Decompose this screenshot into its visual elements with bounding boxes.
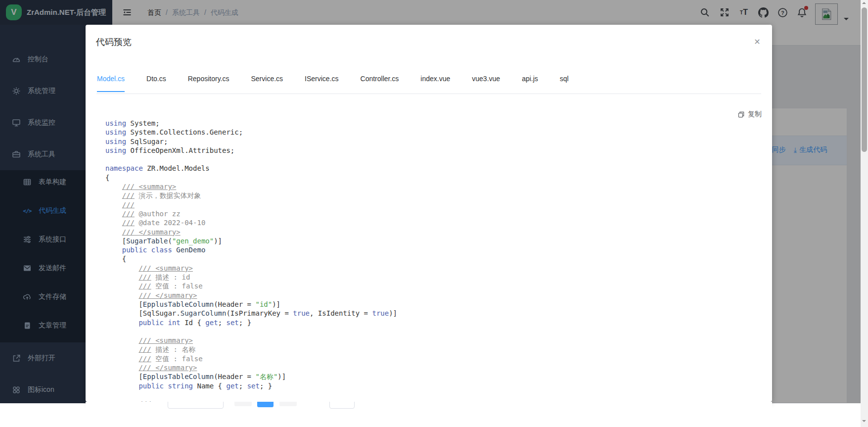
- pager-page-button[interactable]: [234, 402, 252, 406]
- tab-sql[interactable]: sql: [560, 75, 569, 92]
- copy-button[interactable]: 复制: [737, 110, 762, 119]
- code-file-tabs: Model.cs Dto.cs Repository.cs Service.cs…: [97, 75, 569, 92]
- tab-repository-cs[interactable]: Repository.cs: [188, 75, 229, 92]
- tab-service-cs[interactable]: Service.cs: [251, 75, 283, 92]
- pager-active-page-button[interactable]: [257, 402, 274, 407]
- tab-controller-cs[interactable]: Controller.cs: [361, 75, 399, 92]
- scroll-down-arrow[interactable]: [862, 420, 866, 422]
- page-size-select[interactable]: [168, 402, 224, 409]
- browser-scrollbar[interactable]: [861, 0, 868, 427]
- tabs-divider: [96, 94, 761, 94]
- copy-icon: [737, 111, 745, 118]
- pager-page-button[interactable]: [279, 402, 297, 406]
- pager-jump-input[interactable]: [329, 402, 355, 409]
- tab-dto-cs[interactable]: Dto.cs: [146, 75, 166, 92]
- screen: V ZrAdmin.NET-后台管理 首页 / 系统工具 / 代码生成: [0, 0, 868, 427]
- code-preview-dialog: 代码预览 ✕ Model.cs Dto.cs Repository.cs Ser…: [86, 25, 772, 402]
- tab-api-js[interactable]: api.js: [522, 75, 538, 92]
- scroll-up-arrow[interactable]: [862, 2, 866, 4]
- close-icon[interactable]: ✕: [750, 35, 764, 48]
- tab-iservice-cs[interactable]: IService.cs: [305, 75, 338, 92]
- tab-vue3-vue[interactable]: vue3.vue: [472, 75, 500, 92]
- code-block[interactable]: using System;using System.Collections.Ge…: [105, 119, 397, 402]
- tab-model-cs[interactable]: Model.cs: [97, 75, 125, 92]
- bottom-strip: [86, 402, 772, 427]
- dialog-title: 代码预览: [96, 36, 132, 48]
- scrollbar-thumb[interactable]: [862, 7, 867, 152]
- tab-index-vue[interactable]: index.vue: [420, 75, 450, 92]
